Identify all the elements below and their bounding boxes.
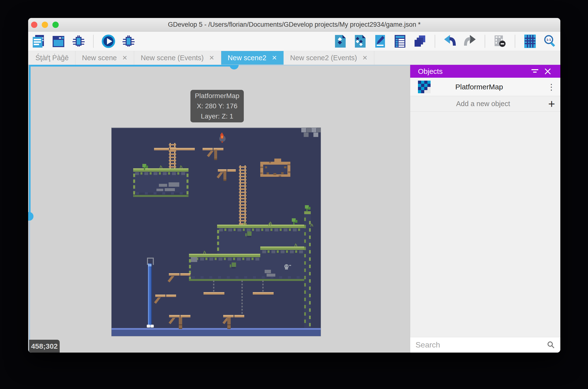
tab-label: New scene (Events) <box>141 54 204 62</box>
object-search-bar <box>410 337 560 353</box>
tab-close-icon[interactable]: ✕ <box>363 54 368 62</box>
tilemap-render <box>111 128 321 336</box>
layers-icon <box>413 34 427 49</box>
tab-close-icon[interactable]: ✕ <box>209 54 214 62</box>
svg-text:1:1: 1:1 <box>547 38 551 41</box>
toolbar-right-group: 1:1 <box>333 34 558 49</box>
edit-doc-icon <box>373 34 387 49</box>
tab-close-icon[interactable]: ✕ <box>122 54 128 62</box>
undo-button[interactable] <box>443 34 457 49</box>
instances-list-button[interactable] <box>392 34 408 49</box>
scene-border-handle[interactable] <box>28 212 33 221</box>
add-object-row[interactable]: Add a new object + <box>410 96 560 112</box>
tab-new-scene2[interactable]: New scene2✕ <box>221 51 283 65</box>
search-icon[interactable] <box>547 341 555 349</box>
close-icon[interactable] <box>541 66 554 77</box>
scene-window-left-border <box>29 65 30 215</box>
main-toolbar: 1:1 <box>28 32 560 51</box>
mask-button[interactable] <box>492 34 507 49</box>
tab-label: Śţàŕţ Ṗàĝē <box>35 54 69 62</box>
zoom-1-1-icon: 1:1 <box>543 34 557 49</box>
play-icon <box>101 34 116 49</box>
edit-doc-button[interactable] <box>373 34 388 49</box>
tab-close-icon[interactable]: ✕ <box>272 54 277 62</box>
minimize-window-button[interactable] <box>42 22 48 28</box>
grid-button[interactable] <box>523 34 537 49</box>
tooltip-coordinates: X: 280 Y: 176 <box>190 101 244 111</box>
close-window-button[interactable] <box>31 22 37 28</box>
zoom-window-button[interactable] <box>52 22 59 28</box>
tab--[interactable]: Śţàŕţ Ṗàĝē <box>29 51 75 65</box>
scene-guide-line-top <box>239 65 410 66</box>
instance-tooltip: PlatformerMap X: 280 Y: 176 Layer: Z: 1 <box>190 90 244 122</box>
object-doc-icon <box>333 34 348 49</box>
instances-list-icon <box>393 34 407 49</box>
tab-label: New scene2 (Events) <box>290 54 357 62</box>
layers-button[interactable] <box>412 34 427 49</box>
toolbar-left-group <box>31 34 136 49</box>
tab-new-scene2-events-[interactable]: New scene2 (Events)✕ <box>283 51 374 65</box>
object-group-doc-button[interactable] <box>353 34 368 49</box>
tooltip-object-name: PlatformerMap <box>190 91 244 101</box>
mask-icon <box>493 34 507 49</box>
content-area: PlatformerMap X: 280 Y: 176 Layer: Z: 1 … <box>28 65 560 353</box>
cursor-position-badge: 458;302 <box>29 340 60 353</box>
object-group-doc-icon <box>353 34 367 49</box>
search-input[interactable] <box>416 340 547 349</box>
add-object-label: Add a new object <box>418 100 548 108</box>
platformer-map-instance[interactable] <box>111 128 321 336</box>
play-button[interactable] <box>101 34 116 49</box>
tooltip-layer: Layer: Z: 1 <box>190 111 244 121</box>
scene-guide-line-left <box>29 221 30 353</box>
tab-new-scene[interactable]: New scene✕ <box>75 51 134 65</box>
scene-window-button[interactable] <box>51 34 66 49</box>
plus-icon: + <box>548 99 555 109</box>
bug-icon <box>121 34 136 49</box>
bug-button[interactable] <box>71 34 86 49</box>
toolbar-separator <box>515 35 515 48</box>
tab-label: New scene2 <box>228 54 267 62</box>
object-name-label: PlatformerMap <box>455 83 547 91</box>
filter-icon[interactable] <box>529 66 541 77</box>
active-tab-notch <box>229 65 239 69</box>
object-menu-icon[interactable]: ⋮ <box>547 82 555 92</box>
objects-panel-title: Objects <box>418 67 529 75</box>
object-doc-button[interactable] <box>333 34 348 49</box>
title-bar: GDevelop 5 - /Users/florian/Documents/GD… <box>28 18 560 32</box>
objects-panel: Objects PlatformerMap ⋮ Add a new object… <box>410 65 560 353</box>
window-title: GDevelop 5 - /Users/florian/Documents/GD… <box>168 21 420 29</box>
zoom-1-1-button[interactable]: 1:1 <box>542 34 558 49</box>
tilemap-thumbnail-icon <box>418 81 431 93</box>
undo-icon <box>443 34 457 49</box>
redo-icon <box>463 34 477 49</box>
toolbar-separator <box>435 35 435 48</box>
scene-window-top-border <box>29 65 233 66</box>
object-list-item[interactable]: PlatformerMap ⋮ <box>410 78 560 96</box>
toolbar-separator <box>485 35 485 48</box>
bug-icon <box>71 34 86 49</box>
traffic-lights <box>31 22 59 28</box>
bug-button[interactable] <box>121 34 136 49</box>
objects-panel-header: Objects <box>410 65 560 78</box>
gdevelop-window: GDevelop 5 - /Users/florian/Documents/GD… <box>28 18 560 353</box>
tab-new-scene-events-[interactable]: New scene (Events)✕ <box>134 51 221 65</box>
scene-canvas[interactable]: PlatformerMap X: 280 Y: 176 Layer: Z: 1 … <box>29 65 410 353</box>
tab-bar: Śţàŕţ ṖàĝēNew scene✕New scene (Events)✕N… <box>28 51 560 65</box>
redo-button[interactable] <box>462 34 477 49</box>
project-manager-button[interactable] <box>31 34 46 49</box>
scene-window-icon <box>51 34 66 49</box>
grid-icon <box>523 34 537 49</box>
project-manager-icon <box>31 34 46 49</box>
toolbar-separator <box>93 35 94 48</box>
tab-label: New scene <box>82 54 117 62</box>
